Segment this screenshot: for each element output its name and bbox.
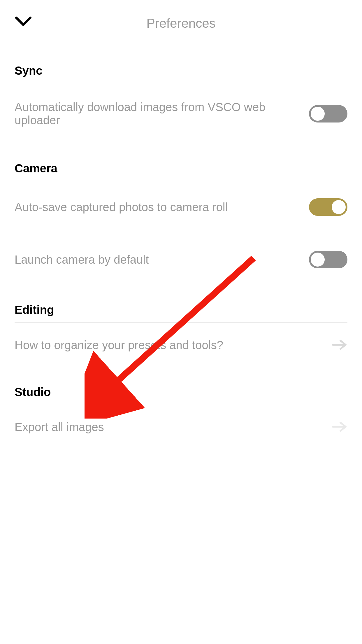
row-export-all-images[interactable]: Export all images xyxy=(15,405,347,450)
toggle-knob xyxy=(311,107,325,121)
row-organize-presets[interactable]: How to organize your presets and tools? xyxy=(15,323,347,368)
content: Sync Automatically download images from … xyxy=(0,47,362,450)
arrow-right-icon xyxy=(332,421,347,434)
label-auto-save: Auto-save captured photos to camera roll xyxy=(15,201,309,214)
header: Preferences xyxy=(0,0,362,47)
label-auto-download: Automatically download images from VSCO … xyxy=(15,101,309,127)
row-auto-save: Auto-save captured photos to camera roll xyxy=(15,181,347,233)
arrow-right-icon xyxy=(332,339,347,352)
toggle-auto-download[interactable] xyxy=(309,105,347,123)
page-title: Preferences xyxy=(146,16,215,31)
toggle-knob xyxy=(332,200,346,214)
label-export-all-images: Export all images xyxy=(15,421,332,434)
toggle-knob xyxy=(311,253,325,267)
label-launch-default: Launch camera by default xyxy=(15,253,309,266)
section-header-studio: Studio xyxy=(15,368,347,405)
row-launch-default: Launch camera by default xyxy=(15,233,347,286)
toggle-launch-default[interactable] xyxy=(309,251,347,268)
section-header-sync: Sync xyxy=(15,47,347,83)
label-organize-presets: How to organize your presets and tools? xyxy=(15,339,332,352)
preferences-screen: Preferences Sync Automatically download … xyxy=(0,0,362,644)
toggle-auto-save[interactable] xyxy=(309,198,347,216)
section-header-camera: Camera xyxy=(15,144,347,181)
close-chevron-icon[interactable] xyxy=(15,16,32,29)
section-header-editing: Editing xyxy=(15,286,347,322)
row-auto-download: Automatically download images from VSCO … xyxy=(15,83,347,144)
